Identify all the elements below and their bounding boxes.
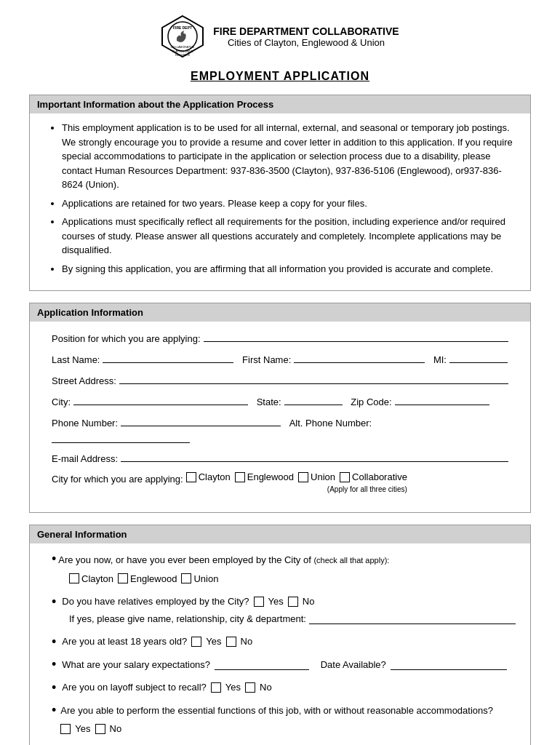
important-info-section: Important Information about the Applicat… (29, 95, 531, 291)
checkbox-clayton[interactable]: Clayton (186, 471, 231, 482)
relatives-info-label: If yes, please give name, relationship, … (69, 612, 306, 626)
mi-field[interactable] (449, 351, 508, 363)
age-no-label: No (241, 634, 253, 649)
essential-no-checkbox[interactable] (95, 724, 105, 734)
page-header: FIRE DEPT COLLABORATIVE CLAYTON UNION EN… (29, 15, 531, 58)
checkbox-union[interactable]: Union (298, 471, 335, 482)
alt-phone-field[interactable] (52, 431, 190, 443)
collaborative-checkbox[interactable] (340, 472, 350, 482)
last-name-label: Last Name: (52, 354, 100, 365)
employed-label: Are you now, or have you ever been emplo… (58, 554, 311, 565)
salary-item: • What are your salary expectations? Dat… (52, 658, 516, 672)
employed-union-checkbox[interactable] (181, 573, 191, 583)
clayton-label: Clayton (199, 471, 231, 482)
city-checkbox-group: Clayton Englewood Union Collaborative (186, 471, 407, 482)
employed-englewood[interactable]: Englewood (118, 572, 177, 586)
important-bullet-list: This employment application is to be use… (44, 121, 516, 276)
city-apply-row: City for which you are applying: Clayton… (52, 471, 508, 493)
last-name-field[interactable] (103, 351, 233, 363)
phone-row: Phone Number: Alt. Phone Number: (52, 415, 508, 443)
email-field[interactable] (121, 450, 508, 462)
englewood-checkbox[interactable] (235, 472, 245, 482)
date-field[interactable] (391, 658, 507, 670)
svg-text:CLAYTON UNION: CLAYTON UNION (172, 50, 193, 53)
zip-label: Zip Code: (351, 397, 391, 407)
position-row: Position for which you are applying: (52, 330, 508, 344)
essential-yes-label: Yes (75, 722, 90, 736)
bullet-item-1: This employment application is to be use… (62, 121, 516, 192)
employed-note: (check all that apply): (313, 556, 389, 565)
employed-union-label: Union (193, 572, 218, 586)
essential-yes-checkbox[interactable] (60, 724, 71, 734)
email-row: E-mail Address: (52, 450, 508, 464)
name-row: Last Name: First Name: MI: (52, 351, 508, 365)
employed-item: • Are you now, or have you ever been emp… (52, 552, 516, 586)
org-subtitle: Cities of Clayton, Englewood & Union (213, 37, 399, 48)
state-label: State: (257, 397, 281, 407)
essential-no-label: No (110, 722, 122, 736)
age-yes-label: Yes (206, 634, 221, 649)
zip-field[interactable] (395, 394, 489, 405)
svg-text:ENGLEWOOD: ENGLEWOOD (175, 54, 191, 57)
employed-clayton-checkbox[interactable] (69, 573, 79, 583)
relatives-label: Do you have relatives employed by the Ci… (62, 594, 249, 609)
relatives-info-field[interactable] (309, 613, 516, 624)
general-info-header: General Information (30, 525, 530, 543)
age-yes-checkbox[interactable] (191, 637, 201, 647)
employed-clayton-label: Clayton (81, 572, 113, 586)
apply-note: (Apply for all three cities) (186, 485, 407, 493)
street-row: Street Address: (52, 372, 508, 386)
application-form-content: Position for which you are applying: Las… (30, 322, 530, 512)
bullet-item-4: By signing this application, you are aff… (62, 262, 516, 276)
layoff-label: Are you on layoff subject to recall? (62, 680, 207, 695)
street-label: Street Address: (52, 375, 116, 386)
layoff-no-checkbox[interactable] (245, 682, 255, 693)
fire-dept-logo: FIRE DEPT COLLABORATIVE CLAYTON UNION EN… (161, 15, 204, 58)
city-state-zip-row: City: State: Zip Code: (52, 394, 508, 407)
essential-item: • Are you able to perform the essential … (52, 704, 516, 736)
org-name: FIRE DEPARTMENT COLLABORATIVE Cities of … (213, 25, 399, 48)
street-field[interactable] (119, 372, 508, 384)
clayton-checkbox[interactable] (186, 472, 196, 482)
employed-clayton[interactable]: Clayton (69, 572, 113, 586)
important-info-content: This employment application is to be use… (30, 113, 530, 290)
salary-field[interactable] (215, 658, 309, 670)
phone-label: Phone Number: (52, 418, 118, 429)
age-item: • Are you at least 18 years old? Yes No (52, 634, 516, 649)
age-no-checkbox[interactable] (226, 637, 236, 647)
alt-phone-label: Alt. Phone Number: (289, 418, 372, 429)
essential-label: Are you able to perform the essential fu… (60, 704, 493, 718)
city-field[interactable] (73, 394, 248, 405)
salary-label: What are your salary expectations? (62, 658, 210, 672)
relatives-yes-checkbox[interactable] (254, 597, 264, 607)
first-name-field[interactable] (294, 351, 425, 363)
page-title: EMPLOYMENT APPLICATION (29, 70, 531, 83)
checkbox-englewood[interactable]: Englewood (235, 471, 294, 482)
state-field[interactable] (284, 394, 343, 405)
relatives-yes-label: Yes (268, 594, 284, 609)
city-label: City: (52, 397, 71, 407)
important-info-header: Important Information about the Applicat… (30, 95, 530, 113)
relatives-item: • Do you have relatives employed by the … (52, 594, 516, 626)
employed-englewood-checkbox[interactable] (118, 573, 128, 583)
svg-text:COLLABORATIVE: COLLABORATIVE (171, 45, 195, 49)
employed-union[interactable]: Union (181, 572, 218, 586)
general-info-content: • Are you now, or have you ever been emp… (30, 543, 530, 745)
relatives-no-label: No (303, 594, 315, 609)
englewood-label: Englewood (247, 471, 294, 482)
svg-text:FIRE DEPT: FIRE DEPT (173, 25, 192, 30)
bullet-item-3: Applications must specifically reflect a… (62, 215, 516, 258)
employed-englewood-label: Englewood (130, 572, 177, 586)
checkbox-collaborative[interactable]: Collaborative (340, 471, 407, 482)
layoff-yes-checkbox[interactable] (211, 682, 221, 693)
bullet-item-2: Applications are retained for two years.… (62, 196, 516, 211)
application-info-header: Application Information (30, 303, 530, 322)
layoff-item: • Are you on layoff subject to recall? Y… (52, 680, 516, 695)
union-label: Union (311, 471, 335, 482)
union-checkbox[interactable] (298, 472, 308, 482)
age-label: Are you at least 18 years old? (62, 634, 187, 649)
position-field[interactable] (204, 330, 508, 342)
relatives-no-checkbox[interactable] (288, 597, 298, 607)
phone-field[interactable] (121, 415, 281, 426)
date-label: Date Available? (321, 658, 386, 672)
